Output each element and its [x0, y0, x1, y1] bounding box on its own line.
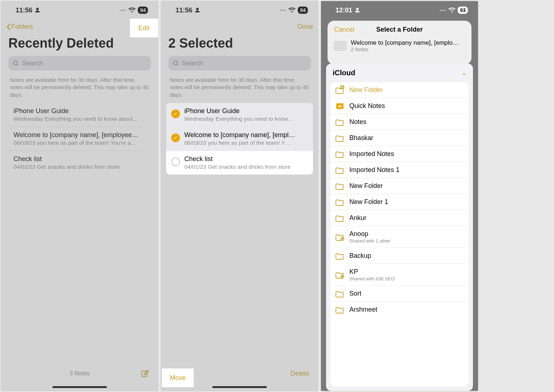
- cell-dots-icon: ••••: [439, 8, 446, 12]
- folder-row[interactable]: KPShared with iGB SEO: [330, 264, 469, 286]
- selection-title: Welcome to [company name], [emplo…: [351, 39, 465, 47]
- folder-row[interactable]: New Folder: [330, 178, 469, 194]
- folder-row[interactable]: Backup: [330, 248, 469, 264]
- folder-icon: [336, 183, 344, 190]
- note-row[interactable]: ✓iPhone User GuideWednesday Everything y…: [166, 103, 313, 127]
- note-title: Welcome to [company name], [employee…: [13, 131, 146, 139]
- folder-icon: [336, 306, 344, 313]
- compose-icon[interactable]: [141, 369, 149, 378]
- note-row[interactable]: Check list04/01/23 Get snacks and drinks…: [8, 151, 151, 175]
- folder-row[interactable]: Quick Notes: [330, 98, 469, 114]
- folder-sub: Shared with 1 other: [349, 238, 390, 244]
- folder-row[interactable]: AnoopShared with 1 other: [330, 226, 469, 248]
- note-row[interactable]: ✓Welcome to [company name], [empl…06/03/…: [166, 127, 313, 151]
- person-icon: [354, 7, 360, 13]
- folder-row[interactable]: Imported Notes: [330, 146, 469, 162]
- folder-name: KP: [349, 268, 395, 276]
- cell-dots-icon: ••••: [120, 8, 126, 12]
- note-title: Welcome to [company name], [empl…: [184, 131, 308, 139]
- status-time: 12:01: [336, 7, 352, 14]
- delete-button[interactable]: Delete: [290, 370, 309, 377]
- folder-name: New Folder 1: [349, 198, 388, 206]
- folder-icon: [336, 135, 344, 142]
- note-sub: 04/01/23 Get snacks and drinks from stor…: [13, 164, 146, 170]
- note-title: iPhone User Guide: [184, 107, 308, 115]
- notes-list: iPhone User GuideWednesday Everything yo…: [8, 103, 151, 175]
- folder-row[interactable]: Notes: [330, 114, 469, 130]
- move-label: Move: [170, 374, 186, 382]
- search-icon: [173, 60, 179, 67]
- note-sub: Wednesday Everything you need to know ab…: [13, 116, 146, 122]
- folder-row[interactable]: Bhaskar: [330, 130, 469, 146]
- note-row[interactable]: Welcome to [company name], [employee…06/…: [8, 127, 151, 151]
- folder-name: Anoop: [349, 230, 390, 238]
- svg-line-1: [17, 64, 18, 65]
- cancel-button[interactable]: Cancel: [334, 26, 354, 33]
- folder-icon: [336, 199, 344, 206]
- folder-icon: [336, 119, 344, 126]
- notes-count: 3 Notes: [19, 370, 141, 377]
- wifi-icon: [128, 8, 136, 13]
- checkbox[interactable]: ✓: [171, 109, 180, 118]
- wifi-icon: [288, 8, 296, 13]
- folder-icon: [336, 215, 344, 222]
- folder-row[interactable]: Arshmeet: [330, 302, 469, 317]
- home-indicator[interactable]: [52, 386, 107, 388]
- move-button[interactable]: Move: [162, 368, 194, 387]
- note-row[interactable]: Check list04/01/23 Get snacks and drinks…: [166, 151, 313, 175]
- folder-name: Imported Notes: [349, 150, 394, 158]
- checkbox[interactable]: [171, 157, 180, 166]
- screen-select-folder: 12:01 •••• 93 Cancel Select a Folder Wel…: [321, 1, 478, 391]
- account-header[interactable]: iCloud ⌄: [326, 64, 473, 82]
- folder-name: Backup: [349, 252, 371, 260]
- chevron-down-icon: ⌄: [462, 69, 466, 76]
- folder-row[interactable]: Ankur: [330, 210, 469, 226]
- folder-list: New FolderQuick NotesNotesBhaskarImporte…: [330, 82, 469, 387]
- note-row[interactable]: iPhone User GuideWednesday Everything yo…: [8, 103, 151, 127]
- home-indicator[interactable]: [212, 386, 267, 388]
- folder-row[interactable]: New Folder 1: [330, 194, 469, 210]
- folder-sheet: iCloud ⌄ New FolderQuick NotesNotesBhask…: [326, 64, 473, 391]
- note-thumb-icon: [334, 41, 346, 51]
- svg-point-8: [342, 238, 343, 239]
- folder-name: Sort: [349, 290, 361, 297]
- status-time: 11:56: [16, 7, 32, 14]
- note-title: Check list: [184, 155, 308, 163]
- chevron-left-icon: [6, 24, 11, 30]
- person-icon: [194, 7, 200, 13]
- note-sub: 06/03/23 you here as part of the team! Y…: [13, 140, 146, 146]
- folder-row[interactable]: Imported Notes 1: [330, 162, 469, 178]
- status-bar: 11:56 •••• 94: [1, 1, 158, 19]
- status-bar: 12:01 •••• 93: [321, 1, 478, 19]
- checkbox[interactable]: ✓: [171, 133, 180, 142]
- note-sub: 06/03/23 you here as part of the team! Y…: [184, 140, 308, 146]
- new-folder-label: New Folder: [349, 86, 383, 94]
- svg-point-10: [342, 276, 343, 277]
- folder-row[interactable]: Sort: [330, 286, 469, 302]
- new-folder-button[interactable]: New Folder: [330, 82, 469, 98]
- battery-badge: 94: [138, 7, 148, 14]
- new-folder-icon: [336, 87, 344, 94]
- edit-label: Edit: [138, 24, 149, 32]
- folder-sub: Shared with iGB SEO: [349, 276, 395, 281]
- folder-name: Notes: [349, 118, 366, 126]
- screen-recently-deleted: 11:56 •••• 94 Folders Recently Deleted S…: [1, 1, 158, 391]
- folder-name: Ankur: [349, 214, 366, 222]
- note-sub: 04/01/23 Get snacks and drinks from stor…: [184, 164, 308, 170]
- svg-line-4: [177, 64, 178, 65]
- screen-selection: 11:56 •••• 94 Done 2 Selected Search Not…: [161, 1, 318, 391]
- search-input[interactable]: Search: [168, 56, 311, 71]
- edit-button[interactable]: Edit: [130, 19, 158, 37]
- folder-icon: [336, 167, 344, 174]
- selection-count: 2 Notes: [351, 47, 465, 52]
- folder-name: Imported Notes 1: [349, 166, 400, 174]
- shared-folder-icon: [336, 271, 344, 279]
- search-input[interactable]: Search: [8, 56, 151, 71]
- note-title: Check list: [13, 155, 146, 163]
- status-bar: 11:56 •••• 94: [161, 1, 318, 19]
- retention-hint: Notes are available here for 30 days. Af…: [161, 74, 318, 103]
- back-button[interactable]: Folders: [6, 23, 33, 31]
- done-button[interactable]: Done: [297, 23, 313, 31]
- modal-title: Select a Folder: [354, 26, 445, 33]
- page-title: 2 Selected: [161, 34, 318, 55]
